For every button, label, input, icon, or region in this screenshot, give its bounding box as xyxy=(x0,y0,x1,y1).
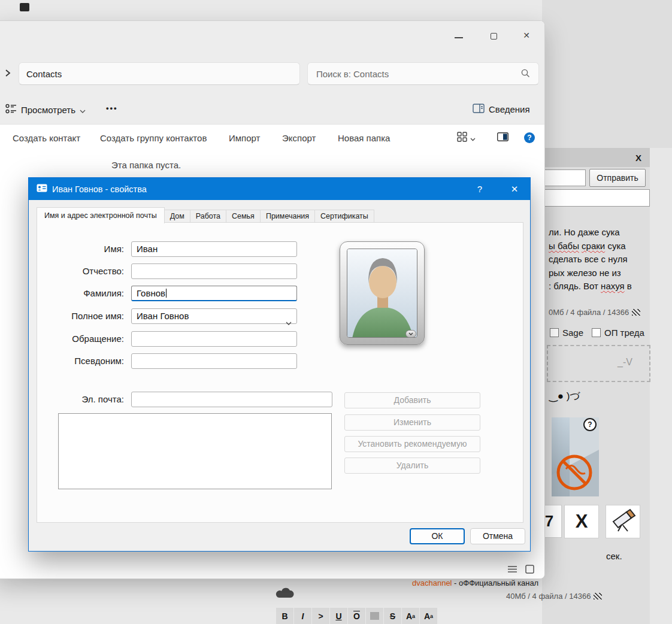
new-contact-group-button[interactable]: Создать группу контактов xyxy=(100,124,207,152)
cancel-button[interactable]: Отмена xyxy=(470,528,525,544)
email-listbox[interactable] xyxy=(58,413,332,489)
stripes-icon xyxy=(632,309,640,316)
format-toolbar: B I > U O S Aa Aa xyxy=(276,608,437,624)
post-form-header: X xyxy=(542,148,650,167)
dialog-title: Иван Говнов - свойства xyxy=(52,184,147,194)
op-label: ОП треда xyxy=(604,328,644,338)
ok-button[interactable]: ОК xyxy=(410,528,465,544)
spoiler-button[interactable] xyxy=(366,608,383,624)
chevron-down-icon[interactable] xyxy=(286,315,292,329)
post-line: : блядь. Вот нахуя в xyxy=(549,280,652,293)
chevron-down-icon xyxy=(470,133,476,143)
new-contact-button[interactable]: Создать контакт xyxy=(13,124,80,152)
sage-option: Sage xyxy=(550,328,583,338)
preview-pane-toggle[interactable] xyxy=(497,124,508,152)
view-menu-button[interactable]: Просмотреть xyxy=(5,104,86,116)
send-post-button[interactable]: Отправить xyxy=(589,169,646,187)
telescope-icon xyxy=(610,508,636,535)
last-name-label: Фамилия: xyxy=(37,286,124,301)
contact-photo[interactable] xyxy=(340,241,425,345)
question-badge[interactable]: ? xyxy=(583,418,597,431)
delete-email-button[interactable]: Удалить xyxy=(344,458,480,474)
bold-button[interactable]: B xyxy=(276,608,293,624)
channel-rest: - оФФициальный канал xyxy=(452,578,539,587)
middle-name-input[interactable] xyxy=(131,263,297,279)
full-name-label: Полное имя: xyxy=(37,308,124,324)
address-bar[interactable]: Contacts xyxy=(19,62,300,85)
dialog-close-button[interactable]: ✕ xyxy=(507,178,522,200)
close-form-button[interactable]: X xyxy=(635,153,641,163)
dialog-tab-page: Имя: Иван Отчество: Фамилия: Говнов Полн… xyxy=(37,222,523,523)
tab-name-email[interactable]: Имя и адрес электронной почты xyxy=(37,207,165,223)
telescope-card[interactable] xyxy=(606,505,640,538)
files-info-top: 0Мб / 4 файла / 14366 xyxy=(549,308,640,317)
middle-name-label: Отчество: xyxy=(37,263,124,279)
dropzone-text: _-V xyxy=(617,357,632,368)
first-name-input[interactable]: Иван xyxy=(131,241,297,257)
text-caret xyxy=(166,289,167,298)
back-chevron-icon[interactable] xyxy=(4,69,11,80)
edit-email-button[interactable]: Изменить xyxy=(344,414,480,431)
empty-folder-text: Эта папка пуста. xyxy=(111,160,181,170)
quote-button[interactable]: > xyxy=(312,608,329,624)
channel-banner: dvachannel - оФФициальный канал xyxy=(412,578,538,587)
search-bar[interactable] xyxy=(307,62,539,85)
chevron-down-icon xyxy=(80,105,86,115)
post-line: рых железо не из xyxy=(549,266,652,280)
breadcrumb[interactable]: Contacts xyxy=(26,69,62,79)
post-line: ли. Но даже сука xyxy=(549,226,652,240)
title-input[interactable] xyxy=(131,331,297,347)
name-field[interactable] xyxy=(542,169,586,186)
subject-field[interactable] xyxy=(542,189,650,207)
grid-view-icon xyxy=(457,132,467,144)
nickname-label: Псевдоним: xyxy=(37,353,124,369)
search-input[interactable] xyxy=(316,69,496,79)
dialog-titlebar[interactable]: Иван Говнов - свойства ? ✕ xyxy=(29,178,530,200)
tab-work[interactable]: Работа xyxy=(190,210,226,223)
add-email-button[interactable]: Добавить xyxy=(344,392,480,408)
export-button[interactable]: Экспорт xyxy=(282,124,316,152)
file-dropzone[interactable]: _-V xyxy=(547,345,650,382)
set-preferred-button[interactable]: Установить рекомендуемую xyxy=(344,436,480,452)
help-button[interactable]: ? xyxy=(524,132,535,143)
search-icon[interactable] xyxy=(520,68,530,80)
photo-menu-chevron-icon[interactable] xyxy=(405,330,416,338)
layout-view-button[interactable] xyxy=(457,124,476,152)
details-pane-button[interactable]: Сведения xyxy=(473,104,530,115)
tab-home[interactable]: Дом xyxy=(164,210,190,223)
details-pane-icon xyxy=(473,104,485,115)
superscript-button[interactable]: Aa xyxy=(402,608,419,624)
nickname-input[interactable] xyxy=(131,353,297,369)
x-logo-card[interactable]: X xyxy=(564,505,599,538)
dialog-help-button[interactable]: ? xyxy=(472,178,488,200)
import-button[interactable]: Импорт xyxy=(229,124,260,152)
tab-family[interactable]: Семья xyxy=(226,210,261,223)
title-label: Обращение: xyxy=(37,331,124,347)
dialog-tabs: Имя и адрес электронной почты Дом Работа… xyxy=(37,207,374,223)
sage-checkbox[interactable] xyxy=(550,328,559,337)
email-input[interactable] xyxy=(131,392,332,407)
thumbnail-view-toggle-icon[interactable] xyxy=(525,565,534,576)
spoiler-box-icon xyxy=(370,612,379,620)
new-folder-button[interactable]: Новая папка xyxy=(338,124,390,152)
more-options-button[interactable]: ••• xyxy=(106,104,118,113)
strike-button[interactable]: S xyxy=(384,608,401,624)
full-name-combobox[interactable]: Иван Говнов xyxy=(131,308,297,324)
close-button[interactable]: ✕ xyxy=(520,29,532,41)
view-menu-label: Просмотреть xyxy=(21,105,75,115)
maximize-button[interactable] xyxy=(491,33,497,40)
tab-notes[interactable]: Примечания xyxy=(260,210,315,223)
subscript-button[interactable]: Aa xyxy=(420,608,437,624)
board-edge xyxy=(650,148,672,624)
underline-button[interactable]: U xyxy=(330,608,347,624)
files-info-bottom: 40Мб / 4 файла / 14366 xyxy=(506,592,602,601)
channel-link[interactable]: dvachannel xyxy=(412,578,452,587)
italic-button[interactable]: I xyxy=(294,608,311,624)
overline-button[interactable]: O xyxy=(348,608,365,624)
op-checkbox[interactable] xyxy=(592,328,601,337)
tab-certificates[interactable]: Сертификаты xyxy=(314,210,374,223)
list-view-toggle-icon[interactable] xyxy=(507,565,517,576)
post-text: ли. Но даже сука ы бабы сраки сука сдела… xyxy=(549,226,652,293)
minimize-button[interactable] xyxy=(455,37,463,38)
last-name-input[interactable]: Говнов xyxy=(131,286,297,301)
